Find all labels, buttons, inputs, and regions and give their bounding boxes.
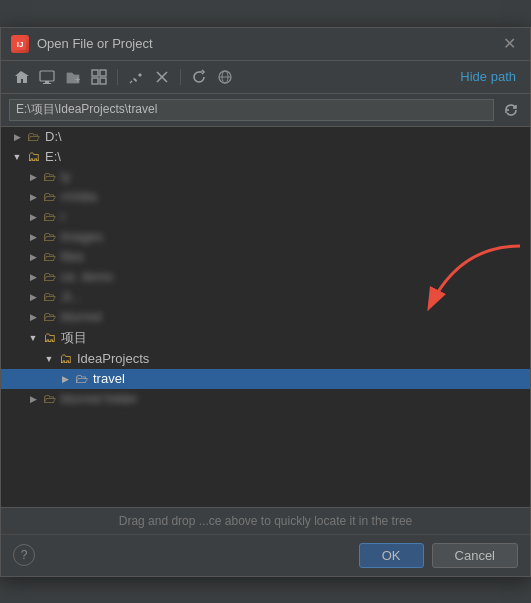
- tree-label-travel: travel: [93, 371, 125, 386]
- svg-rect-2: [40, 71, 54, 81]
- tree-item-ideaprojects[interactable]: ▼ 🗂 IdeaProjects: [1, 349, 530, 369]
- svg-rect-8: [92, 78, 98, 84]
- svg-rect-6: [92, 70, 98, 76]
- tree-label-e-child8: blurred: [61, 309, 101, 324]
- tree-wrapper: ▶ 🗁 D:\ ▼ 🗂 E:\ ▶ 🗁 ly ▶ 🗁 nVidia: [1, 127, 530, 507]
- svg-text:IJ: IJ: [17, 40, 24, 49]
- tree-label-e-child5: files: [61, 249, 84, 264]
- tree-label-e-child2: nVidia: [61, 189, 97, 204]
- drag-hint: Drag and drop ...ce above to quickly loc…: [1, 508, 530, 535]
- expand-e-c8-icon: ▶: [25, 309, 41, 325]
- refresh-button[interactable]: [187, 65, 211, 89]
- folder-e-icon: 🗂: [25, 149, 41, 165]
- expand-e-c2-icon: ▶: [25, 189, 41, 205]
- pin-button[interactable]: [124, 65, 148, 89]
- open-file-dialog: IJ Open File or Project ✕ +: [0, 27, 531, 577]
- expand-travel-icon: ▶: [57, 371, 73, 387]
- new-folder-button[interactable]: +: [61, 65, 85, 89]
- tree-label-e-child3: r: [61, 209, 65, 224]
- close-button[interactable]: ✕: [499, 34, 520, 54]
- tree-label-e-more: blurred folder: [61, 391, 138, 406]
- tree-item-e-more[interactable]: ▶ 🗁 blurred folder: [1, 389, 530, 409]
- folder-travel-icon: 🗁: [73, 371, 89, 387]
- expand-e-c4-icon: ▶: [25, 229, 41, 245]
- tree-item-e-child6[interactable]: ▶ 🗁 ce. items: [1, 267, 530, 287]
- tree-item-e-child3[interactable]: ▶ 🗁 r: [1, 207, 530, 227]
- folder-e-c4-icon: 🗁: [41, 229, 57, 245]
- collapse-button[interactable]: [87, 65, 111, 89]
- tree-label-e-child7: Ji...: [61, 289, 81, 304]
- expand-e-c6-icon: ▶: [25, 269, 41, 285]
- folder-e-c7-icon: 🗁: [41, 289, 57, 305]
- tree-label-xianmu: 项目: [61, 329, 87, 347]
- tree-item-e-child8[interactable]: ▶ 🗁 blurred: [1, 307, 530, 327]
- expand-ideaprojects-icon: ▼: [41, 351, 57, 367]
- desktop-button[interactable]: [35, 65, 59, 89]
- help-button[interactable]: ?: [13, 544, 35, 566]
- expand-e-icon: ▼: [9, 149, 25, 165]
- svg-rect-3: [45, 81, 49, 83]
- title-bar: IJ Open File or Project ✕: [1, 28, 530, 61]
- expand-e-c3-icon: ▶: [25, 209, 41, 225]
- tree-label-ideaprojects: IdeaProjects: [77, 351, 149, 366]
- svg-rect-4: [43, 83, 51, 84]
- tree-item-xianmu[interactable]: ▼ 🗂 项目: [1, 327, 530, 349]
- toolbar-separator-2: [180, 69, 181, 85]
- remove-button[interactable]: [150, 65, 174, 89]
- folder-ideaprojects-icon: 🗂: [57, 351, 73, 367]
- expand-e-c1-icon: ▶: [25, 169, 41, 185]
- tree-item-d-drive[interactable]: ▶ 🗁 D:\: [1, 127, 530, 147]
- svg-text:+: +: [75, 75, 80, 85]
- tree-item-e-child1[interactable]: ▶ 🗁 ly: [1, 167, 530, 187]
- app-icon: IJ: [11, 35, 29, 53]
- tree-item-e-drive[interactable]: ▼ 🗂 E:\: [1, 147, 530, 167]
- action-bar: ? OK Cancel: [1, 535, 530, 576]
- path-input[interactable]: [9, 99, 494, 121]
- folder-e-c3-icon: 🗁: [41, 209, 57, 225]
- tree-label-e-child4: lmages: [61, 229, 103, 244]
- home-button[interactable]: [9, 65, 33, 89]
- tree-label-e-child6: ce. items: [61, 269, 113, 284]
- toolbar-separator-1: [117, 69, 118, 85]
- folder-e-c6-icon: 🗁: [41, 269, 57, 285]
- tree-item-e-child7[interactable]: ▶ 🗁 Ji...: [1, 287, 530, 307]
- hide-path-button[interactable]: Hide path: [454, 67, 522, 86]
- ok-button[interactable]: OK: [359, 543, 424, 568]
- tree-item-travel[interactable]: ▶ 🗁 travel: [1, 369, 530, 389]
- expand-xianmu-icon: ▼: [25, 330, 41, 346]
- folder-e-c1-icon: 🗁: [41, 169, 57, 185]
- expand-e-c7-icon: ▶: [25, 289, 41, 305]
- folder-e-c2-icon: 🗁: [41, 189, 57, 205]
- expand-d-icon: ▶: [9, 129, 25, 145]
- dialog-title: Open File or Project: [37, 36, 491, 51]
- folder-e-c8-icon: 🗁: [41, 309, 57, 325]
- path-bar: [1, 94, 530, 127]
- folder-d-icon: 🗁: [25, 129, 41, 145]
- folder-xianmu-icon: 🗂: [41, 330, 57, 346]
- tree-label-e-drive: E:\: [45, 149, 61, 164]
- tree-item-e-child2[interactable]: ▶ 🗁 nVidia: [1, 187, 530, 207]
- network-button[interactable]: [213, 65, 237, 89]
- svg-rect-9: [100, 78, 106, 84]
- cancel-button[interactable]: Cancel: [432, 543, 518, 568]
- expand-more-icon: ▶: [25, 391, 41, 407]
- toolbar: + Hide path: [1, 61, 530, 94]
- path-refresh-button[interactable]: [500, 99, 522, 121]
- tree-item-e-child5[interactable]: ▶ 🗁 files: [1, 247, 530, 267]
- expand-e-c5-icon: ▶: [25, 249, 41, 265]
- file-tree[interactable]: ▶ 🗁 D:\ ▼ 🗂 E:\ ▶ 🗁 ly ▶ 🗁 nVidia: [1, 127, 530, 507]
- tree-label-d-drive: D:\: [45, 129, 62, 144]
- svg-rect-7: [100, 70, 106, 76]
- bottom-bar: Drag and drop ...ce above to quickly loc…: [1, 507, 530, 576]
- drag-hint-text: Drag and drop ...ce above to quickly loc…: [119, 514, 413, 528]
- svg-line-10: [130, 81, 132, 83]
- folder-more-icon: 🗁: [41, 391, 57, 407]
- tree-label-e-child1: ly: [61, 169, 70, 184]
- tree-item-e-child4[interactable]: ▶ 🗁 lmages: [1, 227, 530, 247]
- folder-e-c5-icon: 🗁: [41, 249, 57, 265]
